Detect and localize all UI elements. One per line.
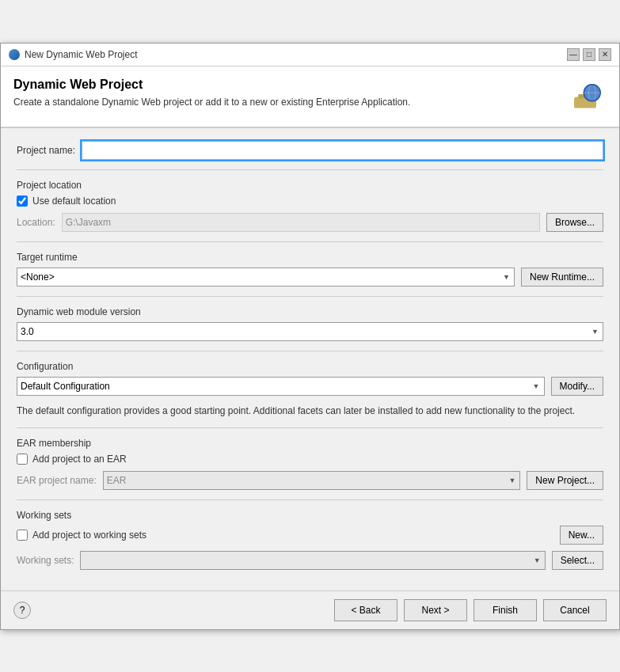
browse-button[interactable]: Browse... [546,213,603,232]
use-default-location-checkbox[interactable] [17,196,28,207]
header-icon [569,78,607,116]
module-version-label: Dynamic web module version [17,306,603,317]
window-controls: — □ ✕ [567,48,611,61]
close-button[interactable]: ✕ [599,48,611,61]
divider-4 [17,351,603,351]
ear-section: EAR membership Add project to an EAR EAR… [17,438,603,490]
divider-2 [17,241,603,242]
divider-3 [17,296,603,297]
working-sets-select[interactable] [80,551,545,570]
window-icon [9,49,20,60]
project-name-label: Project name: [17,145,75,156]
module-version-row: 3.0 2.5 2.4 2.3 [17,322,603,341]
project-name-row: Project name: [17,141,603,160]
location-label: Location: [17,217,55,228]
divider-1 [17,169,603,170]
ear-project-select-wrapper: EAR [103,471,521,490]
dialog-title: Dynamic Web Project [13,78,410,92]
module-version-select[interactable]: 3.0 2.5 2.4 2.3 [17,322,603,341]
ear-project-name-row: EAR project name: EAR New Project... [17,471,603,490]
project-location-label: Project location [17,180,603,191]
project-name-input[interactable] [82,141,603,160]
footer-buttons: < Back Next > Finish Cancel [334,599,607,621]
runtime-select-wrapper: <None> [17,268,515,287]
globe-svg-icon [569,78,602,111]
next-button[interactable]: Next > [404,599,467,621]
divider-5 [17,427,603,428]
add-working-sets-row: Add project to working sets [17,530,553,541]
add-ear-row: Add project to an EAR [17,454,603,465]
divider-6 [17,499,603,500]
dialog-header: Dynamic Web Project Create a standalone … [1,66,619,128]
add-ear-checkbox[interactable] [17,454,28,465]
back-button[interactable]: < Back [334,599,397,621]
config-select-wrapper: Default Configuration [17,377,545,396]
working-sets-input-label: Working sets: [17,555,74,566]
use-default-location-row: Use default location [17,196,603,207]
footer-left: ? [13,602,31,619]
dialog-description: Create a standalone Dynamic Web project … [13,97,410,108]
window-title: New Dynamic Web Project [25,49,562,60]
dialog-footer: ? < Back Next > Finish Cancel [1,590,619,629]
modify-button[interactable]: Modify... [551,377,603,396]
config-info-text: The default configuration provides a goo… [17,404,603,418]
ear-section-label: EAR membership [17,438,603,449]
runtime-row: <None> New Runtime... [17,268,603,287]
add-working-sets-label: Add project to working sets [32,530,146,541]
add-working-sets-checkbox[interactable] [17,530,28,541]
help-button[interactable]: ? [13,602,31,619]
working-sets-section: Working sets Add project to working sets… [17,510,603,570]
working-sets-row: Working sets: Select... [17,551,603,570]
ear-project-name-label: EAR project name: [17,475,97,486]
title-bar: New Dynamic Web Project — □ ✕ [1,44,619,66]
new-project-button[interactable]: New Project... [527,471,603,490]
module-version-select-wrapper: 3.0 2.5 2.4 2.3 [17,322,603,341]
select-working-sets-button[interactable]: Select... [552,551,603,570]
configuration-row: Default Configuration Modify... [17,377,603,396]
runtime-select[interactable]: <None> [17,268,515,287]
project-location-section: Project location Use default location Lo… [17,180,603,232]
location-row: Location: Browse... [17,213,603,232]
target-runtime-section: Target runtime <None> New Runtime... [17,252,603,287]
target-runtime-label: Target runtime [17,252,603,263]
add-ear-label: Add project to an EAR [32,454,127,465]
finish-button[interactable]: Finish [474,599,537,621]
dialog-window: New Dynamic Web Project — □ ✕ Dynamic We… [0,43,620,630]
ear-project-select[interactable]: EAR [103,471,521,490]
configuration-section: Configuration Default Configuration Modi… [17,361,603,418]
config-select[interactable]: Default Configuration [17,377,545,396]
maximize-button[interactable]: □ [583,48,595,61]
header-text-block: Dynamic Web Project Create a standalone … [13,78,410,108]
working-sets-select-wrapper [80,551,545,570]
form-content: Project name: Project location Use defau… [1,128,619,590]
working-sets-label: Working sets [17,510,603,521]
location-input[interactable] [62,213,540,232]
configuration-label: Configuration [17,361,603,372]
new-working-set-button[interactable]: New... [560,526,603,545]
module-version-section: Dynamic web module version 3.0 2.5 2.4 2… [17,306,603,341]
cancel-button[interactable]: Cancel [543,599,607,621]
use-default-location-text: Use default location [32,196,116,207]
new-runtime-button[interactable]: New Runtime... [521,268,603,287]
minimize-button[interactable]: — [567,48,580,61]
